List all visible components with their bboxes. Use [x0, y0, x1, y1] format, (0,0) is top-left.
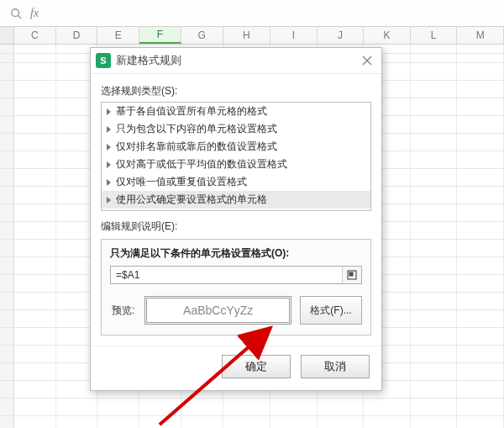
row-header[interactable] — [0, 416, 14, 428]
cell[interactable] — [14, 81, 56, 98]
rule-type-item[interactable]: 仅对排名靠前或靠后的数值设置格式 — [102, 138, 370, 156]
row-header[interactable] — [0, 222, 14, 239]
row-header[interactable] — [0, 151, 14, 168]
cell[interactable] — [14, 98, 56, 115]
cell[interactable] — [14, 399, 56, 415]
cell[interactable] — [457, 416, 504, 428]
cell[interactable] — [411, 54, 458, 62]
cell[interactable] — [411, 381, 458, 398]
cell[interactable] — [14, 257, 56, 274]
cell[interactable] — [14, 416, 56, 428]
cell[interactable] — [364, 416, 411, 428]
ok-button[interactable]: 确定 — [222, 355, 291, 378]
cell[interactable] — [411, 63, 458, 80]
row-header[interactable] — [0, 381, 14, 398]
row-header[interactable] — [0, 134, 14, 151]
cell[interactable] — [56, 399, 98, 415]
cell[interactable] — [411, 240, 458, 256]
row-header[interactable] — [0, 328, 14, 345]
cell[interactable] — [411, 187, 458, 203]
cell[interactable] — [14, 204, 56, 221]
cell[interactable] — [411, 134, 458, 151]
cell[interactable] — [14, 45, 56, 53]
cell[interactable] — [97, 399, 139, 415]
column-header[interactable]: E — [97, 27, 139, 44]
row-header[interactable] — [0, 399, 14, 415]
cell[interactable] — [411, 151, 458, 168]
cell[interactable] — [411, 346, 458, 362]
cell[interactable] — [411, 363, 458, 380]
cell[interactable] — [457, 222, 504, 239]
cell[interactable] — [411, 310, 458, 327]
cancel-button[interactable]: 取消 — [301, 355, 370, 378]
range-picker-icon[interactable] — [342, 267, 361, 283]
cell[interactable] — [457, 363, 504, 380]
row-header[interactable] — [0, 81, 14, 98]
cell[interactable] — [411, 81, 458, 98]
table-row[interactable] — [0, 416, 504, 428]
row-header[interactable] — [0, 169, 14, 186]
cell[interactable] — [457, 116, 504, 133]
format-button[interactable]: 格式(F)... — [300, 296, 362, 325]
cell[interactable] — [14, 310, 56, 327]
row-header[interactable] — [0, 63, 14, 80]
rule-type-list[interactable]: 基于各自值设置所有单元格的格式只为包含以下内容的单元格设置格式仅对排名靠前或靠后… — [101, 102, 371, 211]
cell[interactable] — [14, 54, 56, 62]
cell[interactable] — [139, 416, 181, 428]
cell[interactable] — [270, 416, 318, 428]
column-header[interactable]: L — [411, 27, 458, 44]
cell[interactable] — [14, 363, 56, 380]
cell[interactable] — [457, 81, 504, 98]
cell[interactable] — [457, 257, 504, 274]
cell[interactable] — [411, 328, 458, 345]
cell[interactable] — [139, 399, 181, 415]
cell[interactable] — [411, 257, 458, 274]
cell[interactable] — [14, 346, 56, 362]
cell[interactable] — [457, 134, 504, 151]
column-header[interactable]: F — [139, 27, 181, 44]
cell[interactable] — [14, 151, 56, 168]
rule-type-item[interactable]: 仅对唯一值或重复值设置格式 — [102, 173, 370, 191]
cell[interactable] — [181, 399, 223, 415]
cell[interactable] — [411, 399, 458, 415]
cell[interactable] — [457, 293, 504, 309]
row-header[interactable] — [0, 45, 14, 53]
cell[interactable] — [411, 293, 458, 309]
cell[interactable] — [223, 399, 271, 415]
column-header[interactable]: C — [14, 27, 56, 44]
cell[interactable] — [14, 293, 56, 309]
row-header[interactable] — [0, 275, 14, 292]
cell[interactable] — [14, 381, 56, 398]
row-header[interactable] — [0, 54, 14, 62]
cell[interactable] — [457, 310, 504, 327]
cell[interactable] — [14, 134, 56, 151]
rule-type-item[interactable]: 只为包含以下内容的单元格设置格式 — [102, 120, 370, 138]
cell[interactable] — [457, 63, 504, 80]
row-header[interactable] — [0, 187, 14, 203]
cell[interactable] — [457, 151, 504, 168]
cell[interactable] — [223, 416, 271, 428]
row-header[interactable] — [0, 310, 14, 327]
cell[interactable] — [411, 222, 458, 239]
row-header[interactable] — [0, 98, 14, 115]
cell[interactable] — [457, 346, 504, 362]
formula-input[interactable] — [111, 267, 342, 283]
row-header[interactable] — [0, 257, 14, 274]
cell[interactable] — [457, 399, 504, 415]
row-header[interactable] — [0, 363, 14, 380]
cell[interactable] — [411, 45, 458, 53]
cell[interactable] — [457, 54, 504, 62]
column-header[interactable]: J — [318, 27, 365, 44]
close-icon[interactable] — [356, 51, 378, 70]
cell[interactable] — [457, 240, 504, 256]
row-header[interactable] — [0, 204, 14, 221]
cell[interactable] — [457, 169, 504, 186]
cell[interactable] — [14, 328, 56, 345]
rule-type-item[interactable]: 基于各自值设置所有单元格的格式 — [102, 103, 370, 120]
column-header[interactable]: H — [223, 27, 271, 44]
cell[interactable] — [411, 416, 458, 428]
row-header[interactable] — [0, 293, 14, 309]
cell[interactable] — [411, 204, 458, 221]
rule-type-item[interactable]: 仅对高于或低于平均值的数值设置格式 — [102, 156, 370, 173]
cell[interactable] — [56, 416, 98, 428]
